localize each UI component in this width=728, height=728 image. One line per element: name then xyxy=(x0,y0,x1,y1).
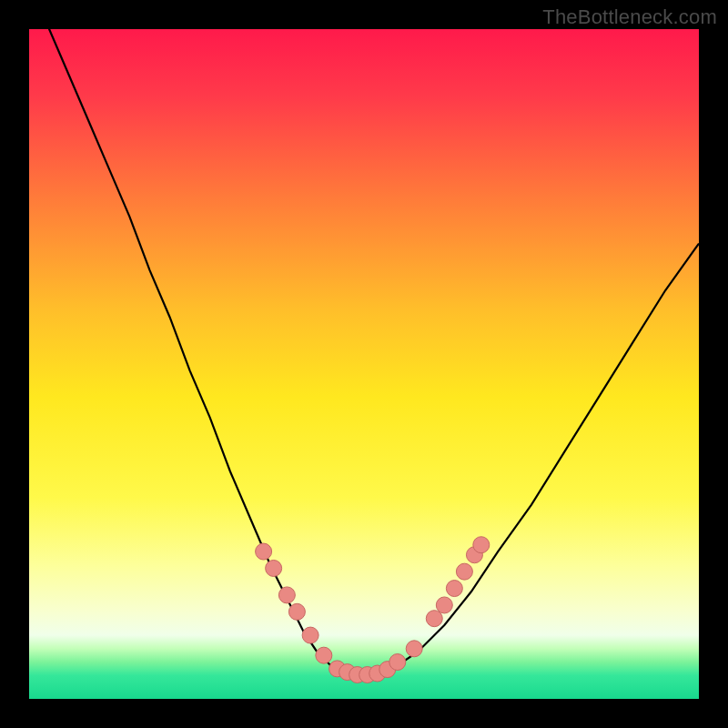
curve-marker xyxy=(436,597,452,613)
curve-marker xyxy=(426,611,442,627)
curve-marker xyxy=(288,603,305,620)
curve-marker xyxy=(256,543,272,560)
marker-group xyxy=(256,537,490,683)
curve-marker xyxy=(456,563,472,580)
curve-marker xyxy=(389,654,406,671)
curve-marker xyxy=(473,537,490,553)
watermark-text: TheBottleneck.com xyxy=(542,5,717,29)
curve-marker xyxy=(278,587,295,603)
plot-area xyxy=(29,29,699,699)
chart-frame: TheBottleneck.com xyxy=(0,0,728,728)
curve-marker xyxy=(316,647,332,663)
bottleneck-curve xyxy=(29,29,699,675)
curve-marker xyxy=(266,560,282,576)
curve-marker xyxy=(446,581,462,597)
curve-layer xyxy=(29,29,699,699)
curve-marker xyxy=(302,627,318,643)
curve-marker xyxy=(406,641,422,657)
